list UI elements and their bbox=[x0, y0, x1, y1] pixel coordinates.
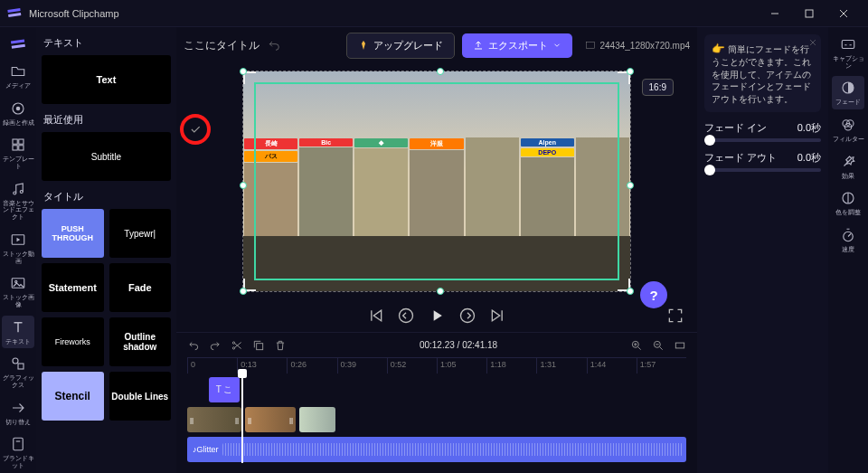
fade-out-slider[interactable] bbox=[704, 168, 821, 172]
selection-box[interactable] bbox=[254, 82, 619, 280]
preview-stage: 長崎パス Bic ◆ 洋服 AlpenDEPO 16:9 bbox=[176, 63, 697, 299]
maximize-button[interactable] bbox=[792, 1, 826, 26]
rail-speed[interactable]: 速度 bbox=[832, 223, 864, 257]
close-button[interactable] bbox=[826, 1, 861, 26]
rail-logo[interactable] bbox=[2, 33, 34, 56]
thumb-double-lines[interactable]: Double Lines bbox=[109, 372, 172, 421]
thumb-outline-shadow[interactable]: Outline shadow bbox=[109, 317, 172, 366]
aspect-ratio-chip[interactable]: 16:9 bbox=[642, 79, 674, 96]
svg-point-26 bbox=[232, 346, 234, 348]
thumb-fireworks[interactable]: Fireworks bbox=[42, 317, 104, 366]
svg-rect-6 bbox=[11, 39, 24, 43]
text-clip[interactable]: T こ bbox=[209, 377, 240, 402]
skip-end-icon[interactable] bbox=[489, 307, 507, 325]
audio-clip[interactable]: ♪ Glitter bbox=[187, 437, 686, 462]
thumb-text[interactable]: Text bbox=[42, 55, 171, 104]
rail-effects[interactable]: 効果 bbox=[832, 150, 864, 184]
svg-rect-11 bbox=[19, 139, 24, 144]
copy-icon[interactable] bbox=[252, 339, 265, 352]
fullscreen-icon[interactable] bbox=[666, 307, 684, 325]
titlebar: Microsoft Clipchamp bbox=[0, 0, 868, 27]
zoom-out-icon[interactable] bbox=[652, 339, 665, 352]
fade-in-slider[interactable] bbox=[704, 138, 821, 142]
rail-captions[interactable]: キャプション bbox=[832, 33, 864, 72]
rail-fade[interactable]: フェード bbox=[832, 76, 864, 109]
app-icon bbox=[7, 6, 22, 21]
rail-adjust-color[interactable]: 色を調整 bbox=[832, 186, 864, 220]
svg-point-19 bbox=[13, 358, 18, 364]
thumb-push-through[interactable]: PUSH THROUGH bbox=[42, 209, 104, 258]
chevron-down-icon bbox=[552, 41, 561, 50]
svg-rect-7 bbox=[12, 44, 25, 49]
thumb-statement[interactable]: Statement bbox=[42, 263, 104, 312]
panel-heading-titles: タイトル bbox=[43, 190, 171, 203]
svg-rect-22 bbox=[587, 43, 595, 49]
clip-name-chip: 24434_1280x720.mp4 bbox=[585, 40, 690, 51]
film-icon bbox=[585, 40, 596, 51]
audio-track: ♪ Glitter bbox=[187, 436, 686, 463]
thumb-typewriter[interactable]: Typewr| bbox=[109, 209, 172, 258]
timeline-ruler[interactable]: 00:130:260:390:521:051:181:311:441:57 bbox=[187, 357, 686, 374]
annotation-red-circle bbox=[180, 114, 211, 145]
video-track: |||| |||| bbox=[187, 406, 686, 433]
topbar: ここにタイトル アップグレード エクスポート 24434_1280x720.mp… bbox=[176, 27, 697, 63]
svg-rect-21 bbox=[14, 439, 24, 451]
svg-rect-20 bbox=[18, 364, 24, 369]
undo-icon[interactable] bbox=[187, 339, 200, 352]
scissors-icon[interactable] bbox=[231, 339, 243, 352]
thumb-stencil[interactable]: Stencil bbox=[42, 372, 104, 421]
svg-rect-0 bbox=[7, 8, 20, 13]
rail-record[interactable]: 録画と作成 bbox=[2, 97, 34, 130]
right-rail: キャプション フェード フィルター 効果 色を調整 速度 bbox=[828, 27, 868, 473]
rail-transitions[interactable]: 切り替え bbox=[2, 396, 34, 430]
rail-music[interactable]: 音楽とサウンドエフェクト bbox=[2, 177, 34, 224]
rail-filters[interactable]: フィルター bbox=[832, 113, 864, 147]
fade-out-prop: フェード アウト0.0秒 bbox=[704, 151, 821, 172]
play-icon[interactable] bbox=[428, 307, 446, 325]
properties-panel: 👉 簡単にフェードを行うことができます。これを使用して、アイテムのフェードインと… bbox=[697, 27, 828, 473]
rail-graphics[interactable]: グラフィックス bbox=[2, 352, 34, 392]
thumb-fade[interactable]: Fade bbox=[109, 263, 172, 312]
video-clip-3[interactable] bbox=[299, 407, 335, 432]
upload-icon bbox=[473, 40, 484, 51]
svg-rect-31 bbox=[842, 41, 854, 49]
rail-templates[interactable]: テンプレート bbox=[2, 133, 34, 173]
svg-point-24 bbox=[461, 309, 475, 323]
svg-rect-12 bbox=[13, 146, 17, 150]
upgrade-button[interactable]: アップグレード bbox=[346, 33, 455, 59]
timeline-toolbar: 00:12.23 / 02:41.18 bbox=[176, 332, 697, 357]
zoom-in-icon[interactable] bbox=[630, 339, 643, 352]
rail-text[interactable]: テキスト bbox=[2, 316, 34, 349]
playhead[interactable] bbox=[241, 371, 243, 463]
video-clip-2[interactable]: |||| bbox=[245, 407, 296, 432]
video-clip-1[interactable]: |||| bbox=[187, 407, 241, 432]
minimize-button[interactable] bbox=[758, 1, 792, 26]
rail-stock-image[interactable]: ストック画像 bbox=[2, 271, 34, 311]
video-preview[interactable]: 長崎パス Bic ◆ 洋服 AlpenDEPO 16:9 bbox=[242, 71, 631, 292]
rail-media[interactable]: メディア bbox=[2, 60, 34, 93]
fade-in-prop: フェード イン0.0秒 bbox=[704, 121, 821, 142]
timeline: 00:130:260:390:521:051:181:311:441:57 T … bbox=[176, 357, 697, 473]
check-icon[interactable] bbox=[189, 123, 202, 136]
panel-heading-text: テキスト bbox=[43, 36, 171, 50]
rewind-icon[interactable] bbox=[397, 307, 415, 325]
zoom-fit-icon[interactable] bbox=[674, 339, 686, 352]
left-rail: メディア 録画と作成 テンプレート 音楽とサウンドエフェクト ストック動画 スト… bbox=[0, 27, 36, 473]
text-panel: テキスト Text 最近使用 Subtitle タイトル PUSH THROUG… bbox=[36, 27, 176, 473]
skip-start-icon[interactable] bbox=[366, 307, 384, 325]
undo-title-icon[interactable] bbox=[267, 38, 281, 52]
redo-icon[interactable] bbox=[209, 339, 222, 352]
tip-close-icon[interactable] bbox=[808, 38, 817, 47]
rail-brand[interactable]: ブランドキット bbox=[2, 432, 34, 472]
forward-icon[interactable] bbox=[458, 307, 476, 325]
svg-rect-30 bbox=[675, 343, 684, 348]
project-title[interactable]: ここにタイトル bbox=[184, 38, 259, 53]
rail-stock-video[interactable]: ストック動画 bbox=[2, 228, 34, 268]
svg-rect-27 bbox=[257, 343, 263, 349]
trash-icon[interactable] bbox=[274, 339, 287, 352]
export-button[interactable]: エクスポート bbox=[462, 33, 572, 58]
svg-point-25 bbox=[232, 341, 234, 343]
tip-box: 👉 簡単にフェードを行うことができます。これを使用して、アイテムのフェードインと… bbox=[704, 34, 821, 112]
thumb-subtitle[interactable]: Subtitle bbox=[42, 132, 171, 181]
svg-point-15 bbox=[20, 190, 23, 193]
